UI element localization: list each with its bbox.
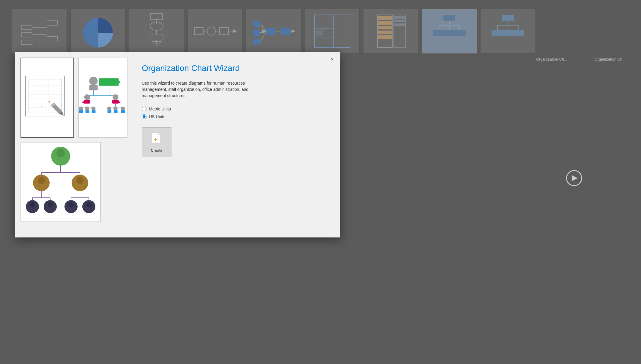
play-button[interactable] xyxy=(566,170,582,186)
create-icon: ✦ xyxy=(150,132,163,146)
svg-rect-25 xyxy=(253,39,260,45)
bg-thumb-floor-plan xyxy=(305,9,360,53)
svg-rect-88 xyxy=(99,78,119,86)
svg-point-122 xyxy=(121,107,125,111)
svg-rect-20 xyxy=(220,28,229,35)
svg-point-86 xyxy=(89,77,97,85)
svg-rect-44 xyxy=(378,31,392,34)
svg-rect-49 xyxy=(394,23,405,26)
create-button[interactable]: ✦ Create xyxy=(142,127,171,157)
svg-rect-87 xyxy=(89,85,97,91)
svg-marker-34 xyxy=(292,29,295,33)
svg-rect-48 xyxy=(394,20,405,22)
svg-rect-1 xyxy=(22,33,32,37)
svg-rect-117 xyxy=(107,110,111,113)
bg-thumb-network-rack xyxy=(363,9,418,53)
bg-thumb-org-active xyxy=(422,9,477,53)
top-thumbs: + + + xyxy=(21,58,127,138)
svg-rect-111 xyxy=(85,110,89,113)
svg-point-113 xyxy=(91,107,95,111)
thumb-colorful-org[interactable] xyxy=(78,58,127,138)
svg-rect-120 xyxy=(114,110,118,113)
svg-point-147 xyxy=(68,202,74,208)
svg-text:+: + xyxy=(48,99,51,104)
us-units-radio[interactable] xyxy=(142,114,147,119)
svg-rect-59 xyxy=(502,15,514,21)
svg-rect-99 xyxy=(112,100,119,104)
svg-point-110 xyxy=(85,107,89,111)
svg-rect-65 xyxy=(492,30,503,36)
svg-rect-46 xyxy=(394,15,406,48)
svg-point-131 xyxy=(38,177,45,184)
dialog: × xyxy=(15,52,340,238)
bg-thumb-flowchart-h xyxy=(188,9,242,53)
svg-point-106 xyxy=(79,107,83,111)
svg-marker-108 xyxy=(79,111,79,112)
bg-thumb-org-2 xyxy=(480,9,535,53)
svg-rect-45 xyxy=(378,35,392,39)
svg-rect-43 xyxy=(378,26,392,29)
svg-point-116 xyxy=(107,107,111,111)
svg-point-125 xyxy=(56,149,65,157)
svg-rect-107 xyxy=(79,110,83,113)
svg-text:+: + xyxy=(45,106,48,111)
wizard-description: Use this wizard to create diagrams for h… xyxy=(142,80,270,99)
metric-units-text: Metric Units xyxy=(149,107,171,111)
bg-label-org2: Organization Ch... xyxy=(594,57,626,61)
thumb-grid-pencil[interactable]: + + + xyxy=(21,58,74,138)
svg-rect-67 xyxy=(512,30,524,36)
svg-point-98 xyxy=(112,94,118,100)
svg-marker-96 xyxy=(82,101,84,103)
bg-thumb-flowchart-v xyxy=(129,9,184,53)
svg-rect-9 xyxy=(151,13,163,19)
svg-point-18 xyxy=(207,27,215,35)
svg-point-143 xyxy=(30,202,35,208)
thumb-people-org[interactable] xyxy=(21,142,101,222)
us-units-text: US Units xyxy=(149,114,165,119)
svg-rect-0 xyxy=(22,25,32,30)
metric-units-radio[interactable] xyxy=(142,107,147,111)
dialog-body: + + + xyxy=(15,52,340,237)
bg-label-org1: Organization Ch... xyxy=(536,57,567,61)
svg-rect-39 xyxy=(316,30,323,36)
svg-marker-100 xyxy=(119,101,121,103)
svg-point-94 xyxy=(84,94,90,100)
svg-rect-95 xyxy=(84,100,90,104)
us-units-label[interactable]: US Units xyxy=(142,114,326,119)
svg-rect-13 xyxy=(150,34,163,40)
svg-point-133 xyxy=(76,177,84,184)
svg-rect-24 xyxy=(253,30,260,36)
svg-marker-22 xyxy=(233,29,237,33)
bg-thumb-data-flow xyxy=(246,9,301,53)
svg-rect-30 xyxy=(266,28,275,35)
svg-rect-7 xyxy=(47,37,57,41)
svg-rect-57 xyxy=(443,30,455,36)
svg-rect-50 xyxy=(443,15,455,21)
svg-rect-23 xyxy=(253,21,260,27)
right-panel: Organization Chart Wizard Use this wizar… xyxy=(133,58,335,232)
create-button-label: Create xyxy=(151,148,162,153)
svg-marker-89 xyxy=(119,80,121,83)
metric-units-label[interactable]: Metric Units xyxy=(142,107,326,111)
svg-text:+: + xyxy=(40,104,43,108)
bg-thumb-pie xyxy=(70,9,125,53)
svg-rect-47 xyxy=(394,16,405,19)
close-button[interactable]: × xyxy=(328,55,336,64)
svg-rect-114 xyxy=(92,110,95,113)
svg-rect-32 xyxy=(281,28,290,35)
svg-rect-6 xyxy=(47,21,57,25)
background-thumbnails xyxy=(0,0,641,59)
svg-point-145 xyxy=(48,202,53,208)
bg-thumb-network xyxy=(12,9,67,53)
svg-rect-58 xyxy=(454,30,466,36)
left-panel: + + + xyxy=(21,58,127,232)
svg-rect-56 xyxy=(433,30,445,36)
svg-rect-42 xyxy=(378,21,392,25)
svg-rect-2 xyxy=(22,40,32,45)
svg-point-149 xyxy=(86,202,92,208)
svg-rect-123 xyxy=(121,110,125,113)
svg-text:✦: ✦ xyxy=(153,137,158,143)
svg-rect-66 xyxy=(502,30,514,36)
svg-rect-41 xyxy=(378,16,392,20)
svg-rect-16 xyxy=(194,28,203,35)
